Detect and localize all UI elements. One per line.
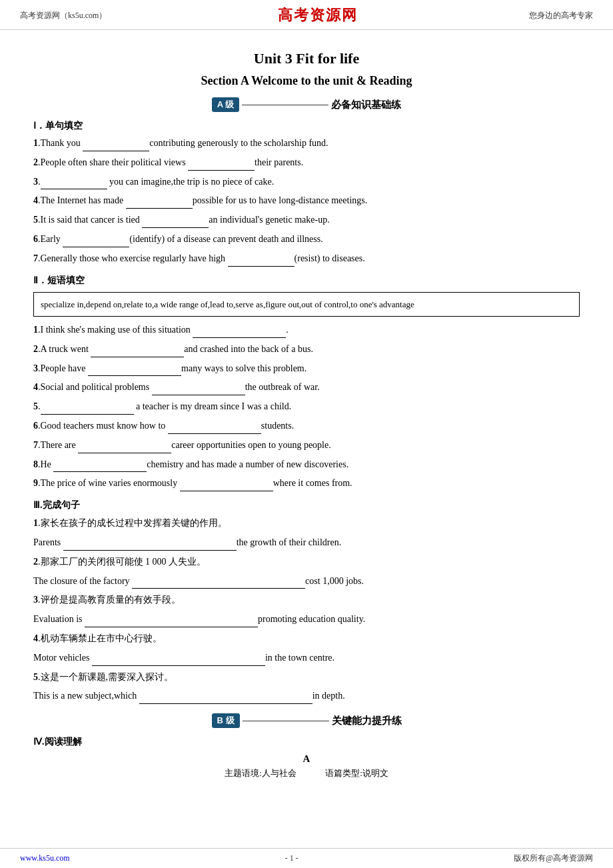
header-left-text: 高考资源网（ks5u.com）: [20, 10, 107, 21]
english-after: in the town centre.: [265, 653, 334, 663]
section-II-question: 4.Social and political problems the outb…: [33, 379, 580, 395]
english-after: promoting education quality.: [258, 614, 365, 624]
section-IV-heading: Ⅳ.阅读理解: [33, 736, 580, 748]
blank-field[interactable]: [132, 578, 305, 589]
footer-center: - 1 -: [285, 853, 299, 863]
english-before: Parents: [33, 537, 63, 547]
level-a-row: A 级 必备知识基础练: [33, 97, 580, 112]
section-II-question: 9.The price of wine varies enormously wh…: [33, 475, 580, 491]
section-I-question: 5.It is said that cancer is tied an indi…: [33, 212, 580, 228]
question-num: 2: [33, 344, 38, 354]
blank-field[interactable]: [180, 481, 273, 491]
question-text-after: possible for us to have long-distance me…: [193, 195, 367, 205]
question-text-before: .People often share their political view…: [38, 157, 188, 167]
question-text-after: students.: [261, 421, 294, 431]
question-text-after: .: [286, 325, 289, 335]
level-a-text: 必备知识基础练: [331, 99, 401, 111]
blank-field[interactable]: [126, 198, 193, 209]
blank-field[interactable]: [85, 617, 258, 627]
theme-label: 主题语境:人与社会: [225, 768, 297, 778]
genre-label: 语篇类型:说明文: [325, 768, 388, 778]
section-II-question: 1.I think she's making use of this situa…: [33, 322, 580, 338]
page-header: 高考资源网（ks5u.com） 高考资源网 您身边的高考专家: [0, 0, 613, 30]
question-text-before: .Good teachers must know how to: [38, 421, 168, 431]
section-II-question: 2.A truck went and crashed into the back…: [33, 341, 580, 357]
question-text-after: many ways to solve this problem.: [181, 363, 306, 373]
question-num: 5: [33, 215, 38, 225]
main-content: Unit 3 Fit for life Section A Welcome to…: [0, 30, 613, 803]
blank-field[interactable]: [188, 160, 255, 171]
blank-field[interactable]: [91, 347, 184, 357]
blank-field[interactable]: [228, 256, 295, 267]
word-bank-text: specialize in,depend on,relate to,a wide…: [41, 299, 414, 309]
question-text-before: .The price of wine varies enormously: [38, 478, 180, 488]
blank-field[interactable]: [88, 365, 181, 376]
blank-field[interactable]: [63, 237, 129, 247]
question-num: 6: [33, 421, 38, 431]
question-num: 2: [33, 157, 38, 167]
blank-field[interactable]: [41, 179, 107, 189]
section-II-question: 5. a teacher is my dream since I was a c…: [33, 399, 580, 415]
main-title: Unit 3 Fit for life: [33, 50, 580, 67]
section-III-english: This is a new subject,which in depth.: [33, 688, 580, 704]
theme-line: 主题语境:人与社会 语篇类型:说明文: [33, 767, 580, 779]
page-footer: www.ks5u.com - 1 - 版权所有@高考资源网: [0, 848, 613, 868]
level-a-badge: A 级: [212, 97, 240, 112]
english-after: cost 1,000 jobs.: [305, 576, 364, 586]
section-I-questions: 1.Thank you contributing generously to t…: [33, 135, 580, 267]
question-text-before: .Generally those who exercise regularly …: [38, 253, 228, 263]
question-text-before: .A truck went: [38, 344, 91, 354]
question-num: 4: [33, 382, 38, 392]
section-I-question: 3. you can imagine,the trip is no piece …: [33, 174, 580, 190]
section-III-english: Motor vehicles in the town centre.: [33, 650, 580, 666]
question-text-before: .Social and political problems: [38, 382, 152, 392]
question-text-after: and crashed into the back of a bus.: [184, 344, 313, 354]
blank-field[interactable]: [63, 540, 237, 551]
blank-field[interactable]: [139, 693, 312, 704]
question-text-after: a teacher is my dream since I was a chil…: [134, 401, 292, 411]
blank-field[interactable]: [142, 217, 209, 228]
question-text-before: .It is said that cancer is tied: [38, 215, 142, 225]
english-before: This is a new subject,which: [33, 691, 139, 701]
question-num: 4: [33, 195, 38, 205]
level-a-line: [242, 105, 328, 105]
footer-right: 版权所有@高考资源网: [514, 853, 593, 864]
word-bank: specialize in,depend on,relate to,a wide…: [33, 292, 580, 317]
section-II-questions: 1.I think she's making use of this situa…: [33, 322, 580, 491]
footer-left: www.ks5u.com: [20, 853, 70, 863]
blank-field[interactable]: [92, 655, 265, 666]
question-text-before: .I think she's making use of this situat…: [38, 325, 193, 335]
question-num: 8: [33, 459, 38, 469]
question-text-before: .Thank you: [38, 138, 83, 148]
section-III-chinese: 4.机动车辆禁止在市中心行驶。: [33, 631, 580, 647]
blank-field[interactable]: [168, 423, 261, 434]
question-num: 9: [33, 478, 38, 488]
blank-field[interactable]: [83, 141, 149, 151]
blank-field[interactable]: [193, 327, 286, 338]
blank-field[interactable]: [152, 385, 245, 395]
level-b-badge: B 级: [212, 713, 240, 728]
level-b-row: B 级 关键能力提升练: [33, 713, 580, 728]
english-after: in depth.: [312, 691, 345, 701]
question-text-before: .The Internet has made: [38, 195, 126, 205]
question-num: 7: [33, 253, 38, 263]
english-before: Evaluation is: [33, 614, 85, 624]
question-text-after: contributing generously to the scholarsh…: [149, 138, 328, 148]
question-text-after: their parents.: [255, 157, 303, 167]
section-III-questions: 1.家长在孩子的成长过程中发挥着关键的作用。Parents the growth…: [33, 515, 580, 704]
section-II-question: 6.Good teachers must know how to student…: [33, 418, 580, 434]
level-b-line: [243, 721, 329, 721]
question-text-before: .There are: [38, 440, 78, 450]
question-num: 3: [33, 177, 38, 187]
section-I-heading: Ⅰ．单句填空: [33, 120, 580, 132]
section-III-chinese: 3.评价是提高教育质量的有效手段。: [33, 592, 580, 608]
section-I-question: 7.Generally those who exercise regularly…: [33, 251, 580, 267]
question-num: 3: [33, 363, 38, 373]
question-text-after: (identify) of a disease can prevent deat…: [129, 234, 322, 244]
section-title: Section A Welcome to the unit & Reading: [33, 74, 580, 88]
blank-field[interactable]: [53, 461, 147, 472]
blank-field[interactable]: [78, 443, 171, 453]
question-text-after: where it comes from.: [273, 478, 352, 488]
blank-field[interactable]: [41, 404, 134, 415]
header-right-text: 您身边的高考专家: [529, 10, 593, 21]
